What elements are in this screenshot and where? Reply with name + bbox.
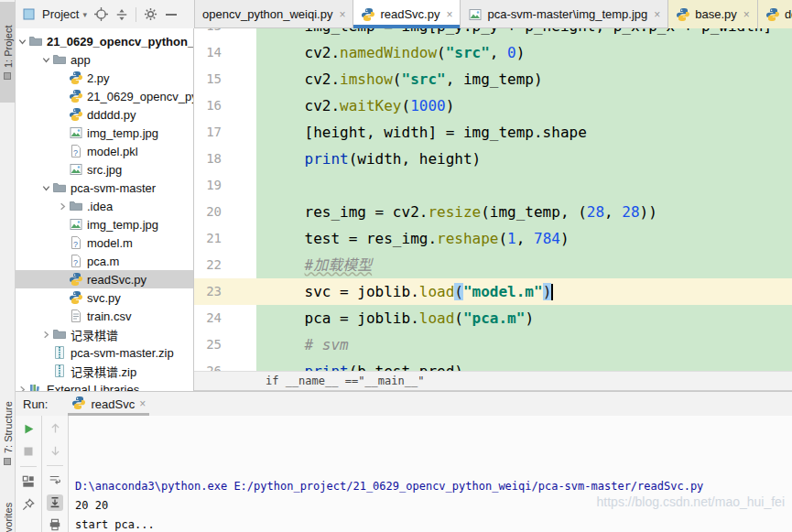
image-file-icon	[468, 7, 483, 22]
sidebar-item-project[interactable]: 1: Project	[0, 2, 16, 103]
code-line-14[interactable]: 14 cv2.namedWindow("src", 0)	[194, 39, 792, 66]
tree-item-label: train.csv	[87, 309, 131, 323]
code-line-20[interactable]: 20 res_img = cv2.resize(img_temp, (28, 2…	[194, 199, 792, 225]
line-number: 20	[194, 199, 256, 225]
tree-item-pca-svm-master-zip[interactable]: pca-svm-master.zip	[16, 343, 193, 362]
editor-tab-ddddd[interactable]: ddddd	[758, 0, 792, 28]
close-icon[interactable]: ×	[446, 8, 452, 21]
code-line-24[interactable]: 24 pca = joblib.load("pca.m")	[194, 305, 792, 331]
project-view-icon	[21, 7, 36, 22]
tree-item-21-0629-opencv-pyt[interactable]: 21_0629_opencv_pyt	[16, 87, 193, 105]
editor-tab-opencv-python-weiqi-py[interactable]: opencv_python_weiqi.py×	[195, 0, 353, 28]
code-line-26[interactable]: 26 print(b,test,pred)	[194, 358, 792, 371]
code-line-18[interactable]: 18 print(width, height)	[194, 146, 792, 172]
chevron-right-icon[interactable]	[16, 385, 28, 392]
printer-icon[interactable]	[47, 517, 63, 532]
divider	[20, 466, 37, 467]
code-editor[interactable]: 13 img_temp = img[p_y:p_y + p_height, p_…	[194, 28, 792, 371]
softwrap-icon[interactable]	[47, 472, 63, 488]
line-number: 15	[194, 66, 256, 92]
settings-gear-icon[interactable]	[143, 7, 157, 22]
tree-item--idea[interactable]: .idea	[16, 197, 193, 215]
python-file-icon	[676, 7, 690, 22]
tree-item-label: pca.m	[87, 255, 119, 268]
close-icon[interactable]: ×	[339, 8, 345, 21]
code-line-25[interactable]: 25 # svm	[194, 331, 792, 358]
tree-item-external-libraries[interactable]: External Libraries	[16, 380, 193, 391]
code-line-17[interactable]: 17 [height, width] = img_temp.shape	[194, 119, 792, 146]
run-tab-label: readSvc	[91, 397, 135, 411]
tool-window-label: Favorites	[3, 503, 14, 532]
tree-item-ddddd-py[interactable]: ddddd.py	[16, 105, 193, 124]
stop-icon[interactable]	[20, 443, 37, 460]
tree-item-pca-m[interactable]: ?pca.m	[16, 252, 193, 270]
down-arrow-icon[interactable]	[47, 442, 63, 458]
sidebar-item-structure[interactable]: 7: Structure	[0, 385, 16, 482]
tree-item-app[interactable]: app	[16, 50, 193, 69]
editor-tab-pca-svm-master-img-temp-jpg[interactable]: pca-svm-master\img_temp.jpg×	[461, 0, 668, 28]
tree-item-记录棋谱-zip[interactable]: 记录棋谱.zip	[16, 362, 193, 380]
tree-item-readsvc-py[interactable]: readSvc.py	[16, 270, 193, 288]
structure-tool-icon	[5, 458, 12, 465]
folder-icon	[52, 327, 67, 342]
tree-item-pca-svm-master[interactable]: pca-svm-master	[16, 179, 193, 197]
code-text: cv2.imshow("src", img_temp)	[256, 66, 792, 92]
tree-item-model-m[interactable]: ?model.m	[16, 233, 193, 252]
code-text: print(width, height)	[256, 146, 792, 172]
code-line-23[interactable]: 23 svc = joblib.load("model.m")	[194, 278, 792, 305]
close-icon[interactable]: ×	[743, 8, 750, 21]
chevron-down-icon[interactable]	[16, 37, 28, 47]
scroll-end-icon[interactable]	[47, 494, 63, 510]
sidebar-item-favorites[interactable]: Favorites	[0, 483, 16, 532]
line-number: 21	[194, 225, 256, 252]
chevron-right-icon[interactable]	[56, 201, 69, 212]
tool-window-strip: 1: Project7: StructureFavorites	[0, 0, 16, 532]
code-line-16[interactable]: 16 cv2.waitKey(1000)	[194, 92, 792, 119]
pin-icon[interactable]	[20, 496, 37, 513]
tab-label: pca-svm-master\img_temp.jpg	[487, 7, 647, 21]
python-file-icon	[765, 7, 780, 22]
locate-icon[interactable]	[93, 7, 108, 22]
project-panel-title[interactable]: Project	[42, 7, 79, 21]
tree-item-svc-py[interactable]: svc.py	[16, 288, 193, 307]
tree-item-model-pkl[interactable]: ?model.pkl	[16, 142, 193, 160]
code-line-21[interactable]: 21 test = res_img.reshape(1, 784)	[194, 225, 792, 252]
chevron-down-icon[interactable]	[39, 55, 52, 65]
tree-item-img-temp-jpg[interactable]: img_temp.jpg	[16, 215, 193, 233]
line-number: 13	[194, 28, 256, 39]
code-line-13[interactable]: 13 img_temp = img[p_y:p_y + p_height, p_…	[194, 28, 792, 39]
code-line-22[interactable]: 22 #加载模型	[194, 252, 792, 278]
code-line-19[interactable]: 19	[194, 172, 792, 199]
run-icon[interactable]	[20, 420, 37, 437]
svg-text:?: ?	[73, 258, 78, 267]
close-icon[interactable]: ×	[654, 8, 660, 21]
tree-item-label: readSvc.py	[87, 273, 146, 287]
svg-text:?: ?	[73, 240, 78, 249]
editor-tab-base-py[interactable]: base.py×	[668, 0, 758, 28]
tree-item-label: model.pkl	[87, 145, 138, 158]
chevron-down-icon[interactable]: ▾	[82, 10, 87, 19]
tree-item-label: External Libraries	[47, 383, 139, 392]
hide-panel-icon[interactable]	[164, 7, 179, 22]
tree-item-img-temp-jpg[interactable]: img_temp.jpg	[16, 124, 193, 142]
close-icon[interactable]: ×	[139, 397, 146, 410]
code-text	[256, 172, 792, 199]
tree-item-2-py[interactable]: 2.py	[16, 69, 193, 87]
tree-item-label: 21_0629_opencv_python_w	[47, 35, 193, 49]
run-console[interactable]: https://blog.csdn.net/mao_hui_fei D:\ana…	[69, 416, 792, 532]
tree-item-记录棋谱[interactable]: 记录棋谱	[16, 325, 193, 343]
tree-item-label: model.m	[87, 236, 133, 250]
restore-layout-icon[interactable]	[20, 473, 37, 490]
tab-label: ddddd	[785, 7, 792, 21]
tree-item-src-jpg[interactable]: src.jpg	[16, 160, 193, 179]
code-text: # svm	[256, 331, 792, 358]
chevron-down-icon[interactable]	[39, 183, 52, 193]
run-tab-readsvc[interactable]: readSvc ×	[68, 392, 149, 416]
code-line-15[interactable]: 15 cv2.imshow("src", img_temp)	[194, 66, 792, 92]
tree-item-train-csv[interactable]: train.csv	[16, 307, 193, 325]
tree-item-21-0629-opencv-python-w[interactable]: 21_0629_opencv_python_w	[16, 32, 193, 50]
editor-tab-readsvc-py[interactable]: readSvc.py×	[353, 0, 461, 28]
collapse-all-icon[interactable]	[114, 7, 129, 22]
chevron-right-icon[interactable]	[39, 330, 52, 340]
up-arrow-icon[interactable]	[47, 420, 63, 436]
